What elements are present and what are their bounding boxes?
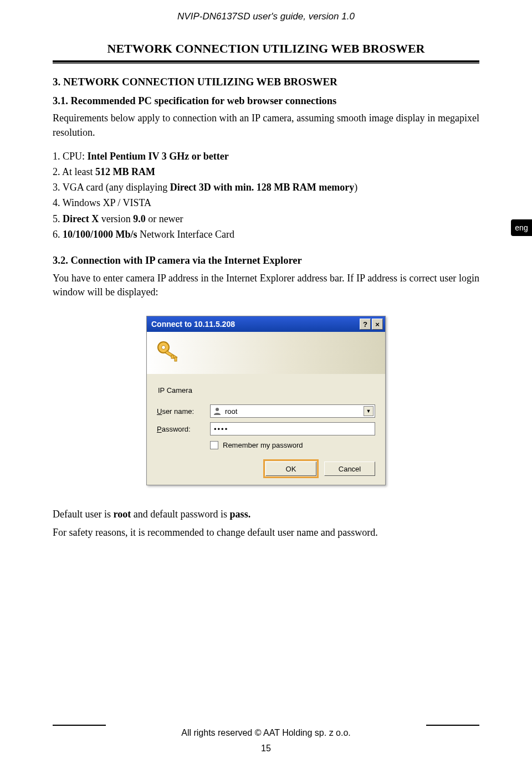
spec-4: 4. Windows XP / VISTA — [53, 196, 479, 210]
password-label: Password: — [157, 425, 210, 433]
doc-header-title: NVIP-DN6137SD user's guide, version 1.0 — [53, 11, 479, 22]
spec-list: 1. CPU: Intel Pentium IV 3 GHz or better… — [53, 150, 479, 242]
heading-3-2: 3.2. Connection with IP camera via the I… — [53, 254, 479, 268]
section-divider — [53, 60, 479, 64]
dialog-banner — [147, 332, 385, 374]
login-dialog: Connect to 10.11.5.208 ? × — [146, 316, 386, 485]
ok-button[interactable]: OK — [265, 462, 316, 476]
cancel-button[interactable]: Cancel — [324, 462, 375, 476]
svg-point-5 — [216, 408, 219, 411]
spec-6: 6. 10/100/1000 Mb/s Network Interface Ca… — [53, 228, 479, 242]
heading-3-1: 3.1. Recommended PC specification for we… — [53, 94, 479, 109]
password-input[interactable]: •••• — [210, 422, 375, 435]
spec-3: 3. VGA card (any displaying Direct 3D wi… — [53, 181, 479, 194]
para-3-2: You have to enter camera IP address in t… — [53, 271, 479, 299]
remember-checkbox[interactable] — [210, 441, 218, 449]
close-icon: × — [375, 320, 380, 329]
chevron-down-icon[interactable]: ▼ — [364, 406, 374, 416]
person-icon — [213, 407, 222, 416]
spec-2: 2. At least 512 MB RAM — [53, 165, 479, 179]
safety-note: For safety reasons, it is recommended to… — [53, 526, 479, 540]
language-tab[interactable]: eng — [511, 219, 532, 236]
ok-button-label: OK — [286, 465, 296, 473]
svg-rect-4 — [171, 355, 173, 358]
page-section-title: NETWORK CONNECTION UTILIZING WEB BROSWER — [53, 42, 479, 56]
para-3-1: Requirements below apply to connection w… — [53, 111, 479, 139]
spec-1: 1. CPU: Intel Pentium IV 3 GHz or better — [53, 150, 479, 163]
svg-point-1 — [162, 346, 166, 350]
remember-label: Remember my password — [223, 441, 303, 449]
keys-icon — [154, 339, 182, 367]
dialog-prompt: IP Camera — [158, 386, 375, 394]
heading-3: 3. NETWORK CONNECTION UTILIZING WEB BROS… — [53, 75, 479, 90]
page-number: 15 — [0, 744, 532, 753]
cancel-button-label: Cancel — [339, 465, 361, 473]
help-icon: ? — [363, 320, 367, 329]
username-value: root — [225, 407, 237, 416]
dialog-titlebar[interactable]: Connect to 10.11.5.208 ? × — [147, 316, 385, 332]
password-value: •••• — [214, 425, 228, 433]
svg-rect-3 — [175, 357, 177, 361]
language-label: eng — [515, 223, 528, 232]
default-creds-note: Default user is root and default passwor… — [53, 507, 479, 521]
footer-rules — [0, 725, 532, 726]
username-combobox[interactable]: root ▼ — [210, 404, 375, 418]
close-button[interactable]: × — [372, 319, 383, 330]
username-label: User name: — [157, 407, 210, 416]
spec-5: 5. Direct X version 9.0 or newer — [53, 212, 479, 226]
dialog-title: Connect to 10.11.5.208 — [151, 320, 360, 329]
footer-rights: All rights reserved © AAT Holding sp. z … — [0, 728, 532, 738]
help-button[interactable]: ? — [360, 319, 371, 330]
